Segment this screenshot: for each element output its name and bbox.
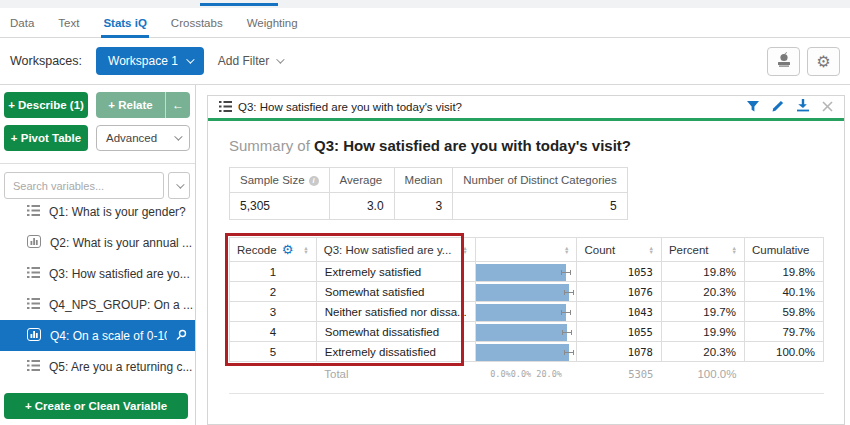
settings-button[interactable]: ⚙	[807, 47, 840, 76]
nav-tab-stats-iq[interactable]: Stats iQ	[103, 8, 146, 38]
variable-label: Q4_NPS_GROUP: On a ...	[49, 298, 193, 312]
variable-item-q5[interactable]: Q5: Are you a returning c...	[0, 351, 195, 382]
summary-prefix: Summary of	[229, 137, 310, 154]
bar-chart-icon	[27, 235, 41, 251]
product-nav: Data Text Stats iQ Crosstabs Weighting	[0, 8, 850, 38]
percent-value: 20.3%	[661, 342, 744, 362]
cumulative-value: 19.8%	[744, 262, 823, 282]
count-value: 1078	[577, 342, 661, 362]
search-variables-input[interactable]	[4, 172, 164, 199]
apple-book-icon	[775, 51, 793, 71]
variable-item-q3[interactable]: Q3: How satisfied are yo...	[0, 258, 195, 289]
card-header: Q3: How satisfied are you with today's v…	[208, 96, 844, 121]
chevron-down-icon	[174, 132, 182, 140]
frequency-bar	[476, 264, 567, 281]
variable-label: Q2: What is your annual ...	[50, 236, 192, 250]
variable-item-q2[interactable]: Q2: What is your annual ...	[0, 227, 195, 258]
stats-summary-table: Sample Sizei Average Median Number of Di…	[229, 167, 628, 220]
analysis-card: Q3: How satisfied are you with today's v…	[207, 95, 845, 425]
column-header-question[interactable]: Q3: How satisfied are y... ▲▼	[316, 238, 475, 262]
table-row: 1 Extremely satisfied 1053 19.8% 19.8%	[230, 262, 824, 282]
card-title: Q3: How satisfied are you with today's v…	[238, 101, 741, 113]
frequency-bar	[476, 344, 569, 361]
recode-settings-gear-icon[interactable]: ⚙	[282, 243, 294, 256]
average-value: 3.0	[329, 193, 394, 220]
workspaces-label: Workspaces:	[10, 54, 82, 68]
percent-value: 19.8%	[661, 262, 744, 282]
add-filter-button[interactable]: Add Filter	[218, 54, 282, 68]
error-whisker	[564, 290, 574, 295]
pencil-icon	[772, 100, 784, 115]
list-icon	[27, 360, 40, 374]
error-whisker	[561, 270, 571, 275]
info-icon[interactable]: i	[309, 176, 319, 186]
sample-size-value: 5,305	[230, 193, 330, 220]
recode-value: 2	[230, 282, 317, 302]
edit-button[interactable]	[772, 100, 784, 115]
close-button[interactable]	[822, 100, 833, 115]
count-value: 1053	[577, 262, 661, 282]
table-row: 2 Somewhat satisfied 1076 20.3% 40.1%	[230, 282, 824, 302]
cumulative-value: 79.7%	[744, 322, 823, 342]
advanced-dropdown[interactable]: Advanced	[96, 125, 190, 151]
category-label: Neither satisfied nor dissa...	[316, 302, 475, 322]
category-label: Extremely satisfied	[316, 262, 475, 282]
bar-cell	[475, 282, 577, 302]
describe-button[interactable]: + Describe (1)	[4, 92, 88, 118]
count-value: 1076	[577, 282, 661, 302]
variable-item-q4-selected[interactable]: Q4: On a scale of 0-10, h...	[0, 320, 195, 351]
bar-cell	[475, 342, 577, 362]
sort-icon[interactable]: ▲▼	[462, 246, 467, 254]
bar-cell	[475, 302, 577, 322]
nav-tab-weighting[interactable]: Weighting	[247, 8, 298, 38]
percent-value: 20.3%	[661, 282, 744, 302]
category-label: Extremely dissatisfied	[316, 342, 475, 362]
table-row: 5 Extremely dissatisfied 1078 20.3% 100.…	[230, 342, 824, 362]
frequency-bar	[476, 284, 569, 301]
add-filter-label: Add Filter	[218, 54, 269, 68]
advanced-label: Advanced	[106, 132, 157, 144]
learning-button[interactable]	[767, 47, 800, 76]
sort-icon[interactable]: ▲▼	[303, 246, 308, 254]
sort-icon[interactable]: ▲▼	[648, 246, 653, 254]
summary-heading: Summary of Q3: How satisfied are you wit…	[229, 137, 824, 154]
error-whisker	[561, 310, 571, 315]
search-options-button[interactable]	[168, 172, 190, 199]
relate-button[interactable]: + Relate	[96, 92, 166, 118]
download-button[interactable]	[797, 99, 809, 115]
column-header-chart[interactable]: ▲▼	[475, 238, 577, 262]
frequency-bar	[476, 324, 567, 341]
nav-tab-data[interactable]: Data	[10, 8, 34, 38]
workspace-dropdown-label: Workspace 1	[108, 54, 178, 68]
error-whisker	[564, 350, 574, 355]
table-row: 4 Somewhat dissatisfied 1055 19.9% 79.7%	[230, 322, 824, 342]
chevron-down-icon	[186, 55, 194, 63]
pivot-table-button[interactable]: + Pivot Table	[4, 125, 88, 151]
column-header-count[interactable]: Count ▲▼	[577, 238, 661, 262]
sort-icon[interactable]: ▲▼	[564, 246, 569, 254]
bar-cell	[475, 322, 577, 342]
filter-button[interactable]	[747, 100, 759, 115]
workspace-dropdown-button[interactable]: Workspace 1	[96, 47, 204, 75]
column-header-recode[interactable]: Recode ⚙ ▲▼	[230, 238, 317, 262]
stats-header-distinct: Number of Distinct Categories	[453, 168, 627, 193]
nav-tab-crosstabs[interactable]: Crosstabs	[171, 8, 223, 38]
cumulative-value: 100.0%	[744, 342, 823, 362]
variable-item-q1[interactable]: Q1: What is your gender?	[0, 202, 195, 227]
active-tab-indicator	[200, 3, 278, 6]
column-header-percent[interactable]: Percent ▲▼	[661, 238, 744, 262]
distinct-categories-value: 5	[453, 193, 627, 220]
bar-chart-icon	[27, 328, 41, 344]
list-icon	[27, 205, 40, 219]
percent-value: 19.7%	[661, 302, 744, 322]
variable-label: Q3: How satisfied are yo...	[49, 267, 190, 281]
variable-item-q4-nps-group[interactable]: Q4_NPS_GROUP: On a ...	[0, 289, 195, 320]
sort-icon[interactable]: ▲▼	[732, 246, 737, 254]
relate-back-button[interactable]: ←	[166, 92, 190, 118]
count-value: 1043	[577, 302, 661, 322]
nav-tab-text[interactable]: Text	[58, 8, 79, 38]
column-header-cumulative[interactable]: Cumulative	[744, 238, 823, 262]
category-label: Somewhat satisfied	[316, 282, 475, 302]
create-or-clean-variable-button[interactable]: + Create or Clean Variable	[4, 393, 188, 419]
close-icon	[822, 100, 833, 115]
